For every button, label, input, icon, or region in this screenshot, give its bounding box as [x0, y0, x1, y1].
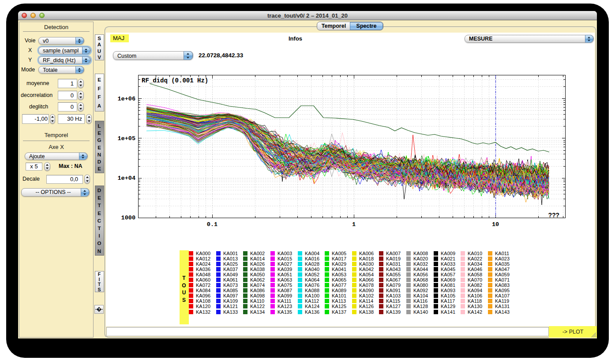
- svg-text:1: 1: [352, 221, 356, 228]
- svg-text:10: 10: [492, 221, 499, 228]
- svg-text:1e+05: 1e+05: [117, 135, 135, 142]
- svg-text:???: ???: [548, 212, 559, 219]
- svg-text:0.1: 0.1: [207, 221, 218, 228]
- svg-text:1e+04: 1e+04: [117, 175, 135, 182]
- svg-text:RF_didq (0.001 Hz): RF_didq (0.001 Hz): [142, 77, 208, 84]
- svg-text:1000: 1000: [121, 215, 135, 221]
- svg-text:1e+06: 1e+06: [117, 96, 135, 102]
